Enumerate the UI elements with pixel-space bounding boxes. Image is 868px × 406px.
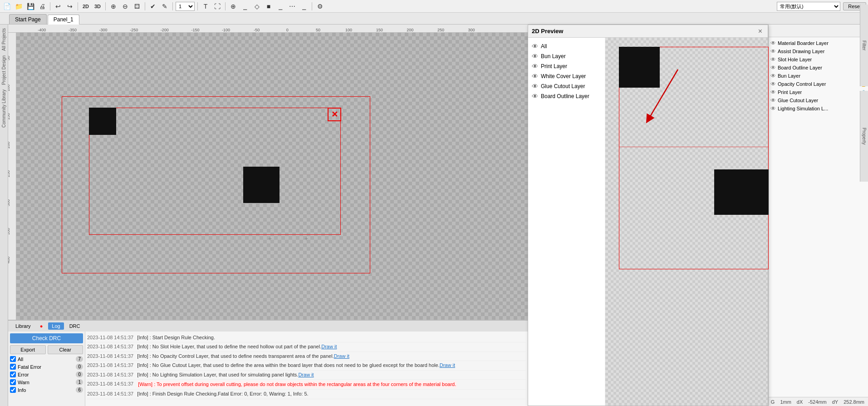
right-eye-glue-cutout[interactable]: 👁 [770,97,776,104]
zoom-select[interactable]: 120.5 [176,2,195,11]
right-layer-label-opacity-control: Opacity Control Layer [778,81,826,87]
layer-white-cover[interactable]: 👁 White Cover Layer [532,71,601,81]
ruler-v-mark: 300 [8,199,10,206]
layer-bun[interactable]: 👁 Bun Layer [532,51,601,61]
preset-select[interactable]: 常用(默认) [777,2,840,11]
view-2d-btn[interactable]: 2D [81,1,91,11]
save-icon[interactable]: 💾 [25,1,35,11]
sep4 [145,2,145,10]
right-layer-material-border: 👁 Material Boarder Layer 🔒 [770,39,866,47]
sep7 [225,2,226,10]
tool1-icon[interactable]: ⊕ [228,1,238,11]
tool5-icon[interactable]: ⎯ [275,1,285,11]
tool3-icon[interactable]: ◇ [252,1,262,11]
open-icon[interactable]: 📁 [14,1,24,11]
log-time-6: 2023-11-08 14:51:37 [87,391,133,397]
tab-start-page[interactable]: Start Page [9,14,47,24]
export-button[interactable]: Export [10,345,46,354]
clear-button[interactable]: Clear [48,345,83,354]
tool6-icon[interactable]: ⋯ [287,1,297,11]
tool7-icon[interactable]: ⎯ [299,1,309,11]
left-panel-all-projects[interactable]: All Projects [1,26,7,53]
log-entry-5: 2023-11-08 14:51:37 [Warn] : To prevent … [87,380,526,390]
right-eye-lighting-sim[interactable]: 👁 [770,105,776,112]
print-icon[interactable]: 🖨 [37,1,47,11]
filter-panel-label[interactable]: Filter [861,39,867,52]
left-panel-community-library[interactable]: Community Library [1,88,7,129]
right-eye-material-border[interactable]: 👁 [770,40,776,46]
filter-panel: Filter [860,5,868,86]
property-panel: Property [860,91,868,182]
eye-icon-board-outline: 👁 [532,93,538,100]
filter-fatal-checkbox[interactable] [10,364,16,370]
log-msg-2: [Info] : No Opacity Control Layer, that … [137,353,349,360]
tab-library[interactable]: Library [12,322,34,330]
new-file-icon[interactable]: 📄 [2,1,12,11]
tool2-icon[interactable]: ⎯ [240,1,250,11]
draw-icon[interactable]: ✎ [160,1,170,11]
tab-panel-1[interactable]: Panel_1 [48,15,79,25]
tool4-icon[interactable]: ■ [264,1,274,11]
filter-all-checkbox[interactable] [10,356,16,362]
sep5 [172,2,173,10]
log-link-4[interactable]: Draw it [298,372,314,377]
log-link-2[interactable]: Draw it [334,353,349,359]
layer-print-label: Print Layer [541,63,567,69]
left-panel-project-design[interactable]: Project Design [1,54,7,87]
preview-canvas[interactable] [605,38,768,406]
image-icon[interactable]: ⛶ [212,1,222,11]
right-eye-board-outline[interactable]: 👁 [770,64,776,71]
right-layer-label-assist-drawing: Assist Drawing Layer [778,49,824,54]
log-msg-1: [Info] : No Slot Hole Layer, that used t… [137,343,337,350]
right-eye-bun[interactable]: 👁 [770,73,776,79]
view-3d-btn[interactable]: 3D [93,1,103,11]
ruler-h-mark: 300 [468,28,475,32]
filter-error-label: Error [18,372,29,377]
filter-info-checkbox[interactable] [10,387,16,393]
layer-board-outline[interactable]: 👁 Board Outline Layer [532,91,601,101]
preview-close-button[interactable]: × [756,27,764,35]
pcb-black-topleft [89,108,116,135]
text-icon[interactable]: T [201,1,211,11]
log-entry-0: 2023-11-08 14:51:37 [Info] : Start Desig… [87,333,526,342]
layer-glue-cutout[interactable]: 👁 Glue Cutout Layer [532,81,601,91]
ruler-h-mark: 50 [316,28,320,32]
zoom-in-icon[interactable]: ⊕ [108,1,118,11]
settings-icon[interactable]: ⚙ [315,1,325,11]
left-panel: All Projects Project Design Community Li… [0,25,8,406]
right-eye-assist-drawing[interactable]: 👁 [770,48,776,54]
canvas-content[interactable]: ✕ ✕ + + [16,33,528,320]
cursor-icon[interactable]: ✔ [148,1,158,11]
zoom-out-icon[interactable]: ⊖ [120,1,130,11]
ruler-v-mark: 100 [8,84,10,91]
undo-icon[interactable]: ↩ [53,1,63,11]
log-link-1[interactable]: Draw it [321,344,337,349]
right-eye-slot-hole[interactable]: 👁 [770,56,776,63]
right-eye-opacity-control[interactable]: 👁 [770,81,776,87]
right-layer-opacity-control: 👁 Opacity Control Layer 🔒 [770,80,866,88]
filter-warn-checkbox[interactable] [10,379,16,385]
property-panel-label[interactable]: Property [861,126,867,147]
log-entry-4: 2023-11-08 14:51:37 [Info] : No Lighting… [87,371,526,380]
filter-error-checkbox[interactable] [10,371,16,377]
redo-icon[interactable]: ↪ [65,1,75,11]
coords-bar: G 1mm dX -524mm dY 252.8mm [769,397,868,406]
ruler-v-mark: 400 [8,257,10,263]
tab-log[interactable]: Log [48,322,64,330]
tab-drc[interactable]: DRC [66,322,84,330]
fit-icon[interactable]: ⚃ [132,1,142,11]
right-eye-print[interactable]: 👁 [770,89,776,95]
ruler-h-mark: 150 [376,28,383,32]
layer-print[interactable]: 👁 Print Layer [532,61,601,71]
bottom-content: Check DRC Export Clear All 7 Fatal Error… [8,332,528,406]
eye-icon-bun: 👁 [532,53,538,60]
check-drc-button[interactable]: Check DRC [10,333,83,343]
log-time-1: 2023-11-08 14:51:37 [87,343,133,350]
log-link-3[interactable]: Draw it [440,362,455,368]
ruler-h-mark: -150 [191,28,199,32]
log-entry-6: 2023-11-08 14:51:37 [Info] : Finish Desi… [87,390,526,399]
layer-glue-cutout-label: Glue Cutout Layer [541,83,585,89]
layer-all[interactable]: 👁 All [532,41,601,51]
pcb-x-mark-topright: ✕ [328,108,341,121]
tab-start-page-label: Start Page [15,16,41,23]
